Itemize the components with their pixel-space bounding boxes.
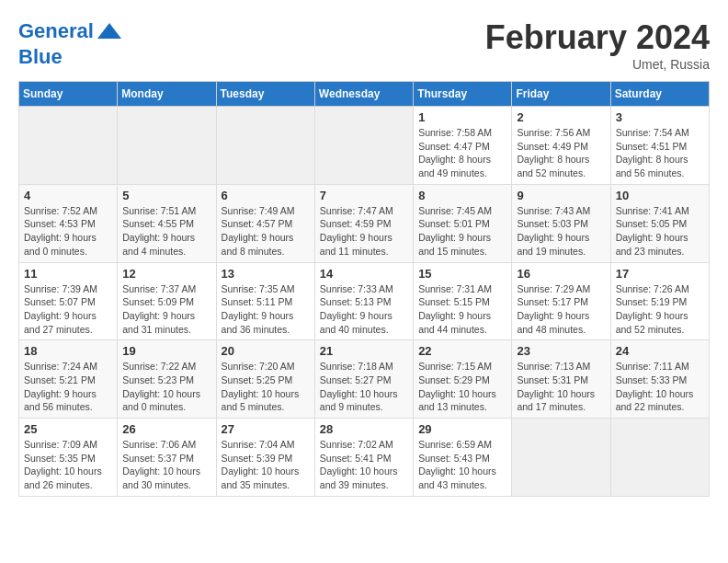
calendar-cell: 18Sunrise: 7:24 AM Sunset: 5:21 PM Dayli…	[19, 340, 118, 419]
day-number: 7	[320, 189, 408, 202]
day-info: Sunrise: 7:11 AM Sunset: 5:33 PM Dayligh…	[616, 360, 704, 414]
day-info: Sunrise: 7:26 AM Sunset: 5:19 PM Dayligh…	[616, 282, 704, 337]
calendar-cell: 6Sunrise: 7:49 AM Sunset: 4:57 PM Daylig…	[216, 184, 314, 262]
header-cell-friday: Friday	[512, 82, 610, 107]
day-number: 2	[517, 110, 605, 124]
day-number: 4	[24, 189, 112, 202]
header-cell-monday: Monday	[118, 82, 216, 107]
day-info: Sunrise: 7:02 AM Sunset: 5:41 PM Dayligh…	[320, 438, 408, 492]
week-row-2: 11Sunrise: 7:39 AM Sunset: 5:07 PM Dayli…	[19, 262, 710, 340]
day-number: 12	[122, 267, 210, 281]
day-number: 9	[517, 189, 605, 202]
day-info: Sunrise: 7:18 AM Sunset: 5:27 PM Dayligh…	[320, 360, 408, 414]
day-number: 22	[418, 344, 506, 358]
calendar-cell: 4Sunrise: 7:52 AM Sunset: 4:53 PM Daylig…	[19, 184, 118, 262]
logo-icon	[96, 18, 123, 46]
day-info: Sunrise: 7:13 AM Sunset: 5:31 PM Dayligh…	[517, 360, 605, 414]
day-info: Sunrise: 7:47 AM Sunset: 4:59 PM Dayligh…	[320, 204, 408, 259]
calendar-cell	[314, 107, 413, 185]
day-number: 19	[122, 344, 210, 358]
day-info: Sunrise: 7:09 AM Sunset: 5:35 PM Dayligh…	[24, 438, 112, 492]
day-number: 16	[517, 267, 605, 281]
location-subtitle: Umet, Russia	[485, 57, 710, 72]
day-number: 11	[24, 267, 112, 281]
day-info: Sunrise: 7:49 AM Sunset: 4:57 PM Dayligh…	[222, 204, 310, 259]
week-row-1: 4Sunrise: 7:52 AM Sunset: 4:53 PM Daylig…	[19, 184, 710, 262]
day-info: Sunrise: 7:20 AM Sunset: 5:25 PM Dayligh…	[222, 360, 310, 414]
day-info: Sunrise: 7:29 AM Sunset: 5:17 PM Dayligh…	[517, 282, 605, 337]
day-info: Sunrise: 7:31 AM Sunset: 5:15 PM Dayligh…	[418, 282, 506, 337]
calendar-cell: 23Sunrise: 7:13 AM Sunset: 5:31 PM Dayli…	[512, 340, 610, 419]
calendar-cell	[512, 419, 610, 497]
day-info: Sunrise: 7:33 AM Sunset: 5:13 PM Dayligh…	[320, 282, 408, 337]
day-info: Sunrise: 7:58 AM Sunset: 4:47 PM Dayligh…	[418, 126, 506, 180]
calendar-cell: 3Sunrise: 7:54 AM Sunset: 4:51 PM Daylig…	[610, 107, 709, 185]
header-cell-sunday: Sunday	[19, 82, 118, 107]
calendar-body: 1Sunrise: 7:58 AM Sunset: 4:47 PM Daylig…	[19, 107, 710, 497]
calendar-cell: 25Sunrise: 7:09 AM Sunset: 5:35 PM Dayli…	[19, 419, 118, 497]
logo-text: General Blue	[18, 18, 123, 68]
header-cell-thursday: Thursday	[414, 82, 512, 107]
calendar-cell: 8Sunrise: 7:45 AM Sunset: 5:01 PM Daylig…	[414, 184, 512, 262]
day-number: 17	[616, 267, 704, 281]
day-number: 14	[320, 267, 408, 281]
calendar-cell: 27Sunrise: 7:04 AM Sunset: 5:39 PM Dayli…	[216, 419, 314, 497]
day-info: Sunrise: 7:39 AM Sunset: 5:07 PM Dayligh…	[24, 282, 112, 337]
day-info: Sunrise: 7:54 AM Sunset: 4:51 PM Dayligh…	[616, 126, 704, 180]
day-number: 10	[616, 189, 704, 202]
day-number: 29	[418, 422, 506, 436]
calendar-cell: 11Sunrise: 7:39 AM Sunset: 5:07 PM Dayli…	[19, 262, 118, 340]
day-number: 5	[122, 189, 210, 202]
week-row-0: 1Sunrise: 7:58 AM Sunset: 4:47 PM Daylig…	[19, 107, 710, 185]
calendar-cell: 14Sunrise: 7:33 AM Sunset: 5:13 PM Dayli…	[314, 262, 413, 340]
day-info: Sunrise: 7:41 AM Sunset: 5:05 PM Dayligh…	[616, 204, 704, 259]
day-info: Sunrise: 7:22 AM Sunset: 5:23 PM Dayligh…	[122, 360, 210, 414]
calendar-cell: 22Sunrise: 7:15 AM Sunset: 5:29 PM Dayli…	[414, 340, 512, 419]
day-number: 26	[122, 422, 210, 436]
day-info: Sunrise: 7:43 AM Sunset: 5:03 PM Dayligh…	[517, 204, 605, 259]
calendar-cell	[216, 107, 314, 185]
calendar-cell	[610, 419, 709, 497]
calendar-cell: 16Sunrise: 7:29 AM Sunset: 5:17 PM Dayli…	[512, 262, 610, 340]
calendar-cell: 29Sunrise: 6:59 AM Sunset: 5:43 PM Dayli…	[414, 419, 512, 497]
day-number: 24	[616, 344, 704, 358]
day-number: 20	[222, 344, 310, 358]
day-number: 18	[24, 344, 112, 358]
logo-blue: Blue	[18, 45, 63, 68]
day-number: 13	[222, 267, 310, 281]
day-info: Sunrise: 6:59 AM Sunset: 5:43 PM Dayligh…	[418, 438, 506, 492]
calendar-cell: 19Sunrise: 7:22 AM Sunset: 5:23 PM Dayli…	[118, 340, 216, 419]
calendar-cell: 26Sunrise: 7:06 AM Sunset: 5:37 PM Dayli…	[118, 419, 216, 497]
header-cell-saturday: Saturday	[610, 82, 709, 107]
day-number: 28	[320, 422, 408, 436]
calendar-table: SundayMondayTuesdayWednesdayThursdayFrid…	[18, 81, 710, 497]
day-info: Sunrise: 7:15 AM Sunset: 5:29 PM Dayligh…	[418, 360, 506, 414]
day-info: Sunrise: 7:35 AM Sunset: 5:11 PM Dayligh…	[222, 282, 310, 337]
header-row: SundayMondayTuesdayWednesdayThursdayFrid…	[19, 82, 710, 107]
logo: General Blue	[18, 18, 123, 68]
day-number: 25	[24, 422, 112, 436]
day-info: Sunrise: 7:52 AM Sunset: 4:53 PM Dayligh…	[24, 204, 112, 259]
logo-general: General	[18, 19, 94, 42]
week-row-4: 25Sunrise: 7:09 AM Sunset: 5:35 PM Dayli…	[19, 419, 710, 497]
day-number: 8	[418, 189, 506, 202]
calendar-header: SundayMondayTuesdayWednesdayThursdayFrid…	[19, 82, 710, 107]
day-number: 6	[222, 189, 310, 202]
day-number: 21	[320, 344, 408, 358]
calendar-cell	[19, 107, 118, 185]
day-info: Sunrise: 7:06 AM Sunset: 5:37 PM Dayligh…	[122, 438, 210, 492]
calendar-cell: 7Sunrise: 7:47 AM Sunset: 4:59 PM Daylig…	[314, 184, 413, 262]
day-number: 1	[418, 110, 506, 124]
day-info: Sunrise: 7:24 AM Sunset: 5:21 PM Dayligh…	[24, 360, 112, 414]
month-title: February 2024	[485, 18, 710, 57]
calendar-cell: 2Sunrise: 7:56 AM Sunset: 4:49 PM Daylig…	[512, 107, 610, 185]
calendar-cell: 15Sunrise: 7:31 AM Sunset: 5:15 PM Dayli…	[414, 262, 512, 340]
header-cell-tuesday: Tuesday	[216, 82, 314, 107]
svg-marker-0	[97, 23, 121, 39]
calendar-cell: 1Sunrise: 7:58 AM Sunset: 4:47 PM Daylig…	[414, 107, 512, 185]
day-number: 15	[418, 267, 506, 281]
header-cell-wednesday: Wednesday	[314, 82, 413, 107]
calendar-cell: 10Sunrise: 7:41 AM Sunset: 5:05 PM Dayli…	[610, 184, 709, 262]
calendar-cell: 12Sunrise: 7:37 AM Sunset: 5:09 PM Dayli…	[118, 262, 216, 340]
calendar-cell: 9Sunrise: 7:43 AM Sunset: 5:03 PM Daylig…	[512, 184, 610, 262]
